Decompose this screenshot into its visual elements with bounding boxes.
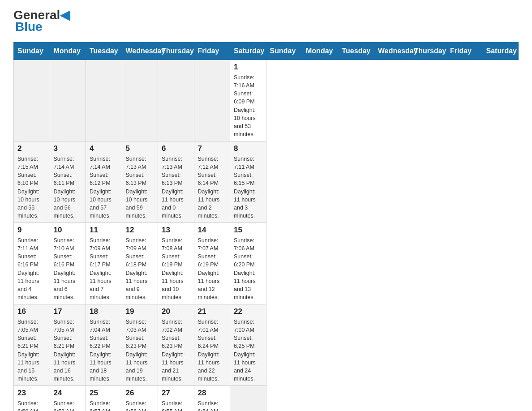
day-info: Sunrise: 7:01 AM Sunset: 6:24 PM Dayligh…: [198, 318, 227, 383]
day-info: Sunrise: 7:03 AM Sunset: 6:23 PM Dayligh…: [126, 318, 154, 383]
calendar-cell: 16Sunrise: 7:05 AM Sunset: 6:21 PM Dayli…: [14, 304, 50, 386]
calendar-week-2: 2Sunrise: 7:15 AM Sunset: 6:10 PM Daylig…: [14, 141, 519, 223]
day-number: 23: [17, 389, 46, 398]
calendar-cell: 27Sunrise: 6:55 AM Sunset: 6:28 PM Dayli…: [158, 386, 194, 411]
day-number: 2: [17, 144, 46, 153]
calendar-cell: 28Sunrise: 6:54 AM Sunset: 6:29 PM Dayli…: [194, 386, 230, 411]
day-header-tuesday: Tuesday: [338, 43, 374, 60]
day-header-sunday: Sunday: [14, 43, 50, 60]
day-number: 1: [234, 63, 262, 72]
day-number: 11: [90, 226, 118, 235]
day-info: Sunrise: 7:16 AM Sunset: 6:09 PM Dayligh…: [234, 73, 262, 138]
day-info: Sunrise: 7:11 AM Sunset: 6:15 PM Dayligh…: [234, 155, 262, 220]
calendar-table: SundayMondayTuesdayWednesdayThursdayFrid…: [13, 42, 519, 411]
day-info: Sunrise: 7:08 AM Sunset: 6:19 PM Dayligh…: [162, 236, 190, 301]
day-number: 7: [198, 144, 227, 153]
day-header-wednesday: Wednesday: [122, 43, 158, 60]
calendar-cell: 6Sunrise: 7:13 AM Sunset: 6:13 PM Daylig…: [158, 141, 194, 223]
day-info: Sunrise: 7:09 AM Sunset: 6:18 PM Dayligh…: [126, 236, 154, 301]
day-number: 3: [54, 144, 82, 153]
calendar-cell: 5Sunrise: 7:13 AM Sunset: 6:13 PM Daylig…: [122, 141, 158, 223]
calendar-week-1: 1Sunrise: 7:16 AM Sunset: 6:09 PM Daylig…: [14, 60, 519, 141]
calendar-cell: 1Sunrise: 7:16 AM Sunset: 6:09 PM Daylig…: [230, 60, 266, 141]
calendar-cell: [194, 60, 230, 141]
day-info: Sunrise: 7:05 AM Sunset: 6:21 PM Dayligh…: [17, 318, 46, 383]
day-header-friday: Friday: [194, 43, 230, 60]
day-number: 18: [90, 307, 118, 316]
day-number: 9: [17, 226, 46, 235]
logo: General◀ Blue: [13, 9, 70, 33]
day-info: Sunrise: 7:05 AM Sunset: 6:21 PM Dayligh…: [54, 318, 82, 383]
calendar-cell: 8Sunrise: 7:11 AM Sunset: 6:15 PM Daylig…: [230, 141, 266, 223]
day-info: Sunrise: 6:56 AM Sunset: 6:27 PM Dayligh…: [126, 399, 154, 411]
day-info: Sunrise: 7:09 AM Sunset: 6:17 PM Dayligh…: [90, 236, 118, 301]
day-info: Sunrise: 6:54 AM Sunset: 6:29 PM Dayligh…: [198, 399, 227, 411]
day-header-friday: Friday: [446, 43, 483, 60]
day-info: Sunrise: 7:12 AM Sunset: 6:14 PM Dayligh…: [198, 155, 227, 220]
day-header-saturday: Saturday: [230, 43, 266, 60]
day-number: 17: [54, 307, 82, 316]
calendar-cell: 15Sunrise: 7:06 AM Sunset: 6:20 PM Dayli…: [230, 223, 266, 304]
calendar-cell: 22Sunrise: 7:00 AM Sunset: 6:25 PM Dayli…: [230, 304, 266, 386]
day-header-monday: Monday: [302, 43, 339, 60]
day-info: Sunrise: 7:13 AM Sunset: 6:13 PM Dayligh…: [162, 155, 190, 220]
logo-arrow-shape: ◀: [60, 8, 70, 22]
day-number: 4: [90, 144, 118, 153]
day-info: Sunrise: 7:14 AM Sunset: 6:11 PM Dayligh…: [54, 155, 82, 220]
calendar-cell: 14Sunrise: 7:07 AM Sunset: 6:19 PM Dayli…: [194, 223, 230, 304]
day-info: Sunrise: 7:02 AM Sunset: 6:23 PM Dayligh…: [162, 318, 190, 383]
day-number: 19: [126, 307, 154, 316]
day-info: Sunrise: 7:14 AM Sunset: 6:12 PM Dayligh…: [90, 155, 118, 220]
day-number: 15: [234, 226, 262, 235]
day-number: 27: [162, 389, 190, 398]
calendar-cell: 3Sunrise: 7:14 AM Sunset: 6:11 PM Daylig…: [50, 141, 86, 223]
calendar-header-row: SundayMondayTuesdayWednesdayThursdayFrid…: [14, 43, 519, 60]
calendar-cell: 18Sunrise: 7:04 AM Sunset: 6:22 PM Dayli…: [86, 304, 122, 386]
calendar-week-5: 23Sunrise: 6:59 AM Sunset: 6:25 PM Dayli…: [14, 386, 519, 411]
calendar-cell: [230, 386, 266, 411]
day-header-wednesday: Wednesday: [374, 43, 411, 60]
calendar-cell: 17Sunrise: 7:05 AM Sunset: 6:21 PM Dayli…: [50, 304, 86, 386]
day-info: Sunrise: 7:00 AM Sunset: 6:25 PM Dayligh…: [234, 318, 262, 383]
calendar-cell: 2Sunrise: 7:15 AM Sunset: 6:10 PM Daylig…: [14, 141, 50, 223]
day-info: Sunrise: 6:55 AM Sunset: 6:28 PM Dayligh…: [162, 399, 190, 411]
day-number: 25: [90, 389, 118, 398]
day-info: Sunrise: 7:10 AM Sunset: 6:16 PM Dayligh…: [54, 236, 82, 301]
day-header-thursday: Thursday: [158, 43, 194, 60]
day-info: Sunrise: 7:06 AM Sunset: 6:20 PM Dayligh…: [234, 236, 262, 301]
calendar-cell: 9Sunrise: 7:11 AM Sunset: 6:16 PM Daylig…: [14, 223, 50, 304]
calendar-cell: [86, 60, 122, 141]
calendar-cell: [50, 60, 86, 141]
day-number: 10: [54, 226, 82, 235]
day-number: 6: [162, 144, 190, 153]
calendar-cell: 4Sunrise: 7:14 AM Sunset: 6:12 PM Daylig…: [86, 141, 122, 223]
day-number: 24: [54, 389, 82, 398]
day-header-tuesday: Tuesday: [86, 43, 122, 60]
day-number: 13: [162, 226, 190, 235]
day-info: Sunrise: 6:57 AM Sunset: 6:27 PM Dayligh…: [90, 399, 118, 411]
day-number: 5: [126, 144, 154, 153]
calendar-cell: 21Sunrise: 7:01 AM Sunset: 6:24 PM Dayli…: [194, 304, 230, 386]
calendar-cell: 23Sunrise: 6:59 AM Sunset: 6:25 PM Dayli…: [14, 386, 50, 411]
day-info: Sunrise: 7:04 AM Sunset: 6:22 PM Dayligh…: [90, 318, 118, 383]
calendar-cell: 11Sunrise: 7:09 AM Sunset: 6:17 PM Dayli…: [86, 223, 122, 304]
calendar-cell: 19Sunrise: 7:03 AM Sunset: 6:23 PM Dayli…: [122, 304, 158, 386]
day-header-saturday: Saturday: [482, 43, 519, 60]
day-number: 20: [162, 307, 190, 316]
calendar-cell: 20Sunrise: 7:02 AM Sunset: 6:23 PM Dayli…: [158, 304, 194, 386]
day-info: Sunrise: 6:59 AM Sunset: 6:25 PM Dayligh…: [17, 399, 46, 411]
day-number: 14: [198, 226, 227, 235]
day-header-sunday: Sunday: [266, 43, 302, 60]
logo-blue-text: Blue: [13, 21, 43, 33]
day-info: Sunrise: 7:15 AM Sunset: 6:10 PM Dayligh…: [17, 155, 46, 220]
calendar-cell: [158, 60, 194, 141]
day-number: 26: [126, 389, 154, 398]
day-info: Sunrise: 7:11 AM Sunset: 6:16 PM Dayligh…: [17, 236, 46, 301]
day-info: Sunrise: 7:13 AM Sunset: 6:13 PM Dayligh…: [126, 155, 154, 220]
day-info: Sunrise: 6:58 AM Sunset: 6:26 PM Dayligh…: [54, 399, 82, 411]
day-info: Sunrise: 7:07 AM Sunset: 6:19 PM Dayligh…: [198, 236, 227, 301]
calendar-week-3: 9Sunrise: 7:11 AM Sunset: 6:16 PM Daylig…: [14, 223, 519, 304]
page-header: General◀ Blue: [13, 9, 519, 33]
calendar-cell: [14, 60, 50, 141]
day-header-monday: Monday: [50, 43, 86, 60]
